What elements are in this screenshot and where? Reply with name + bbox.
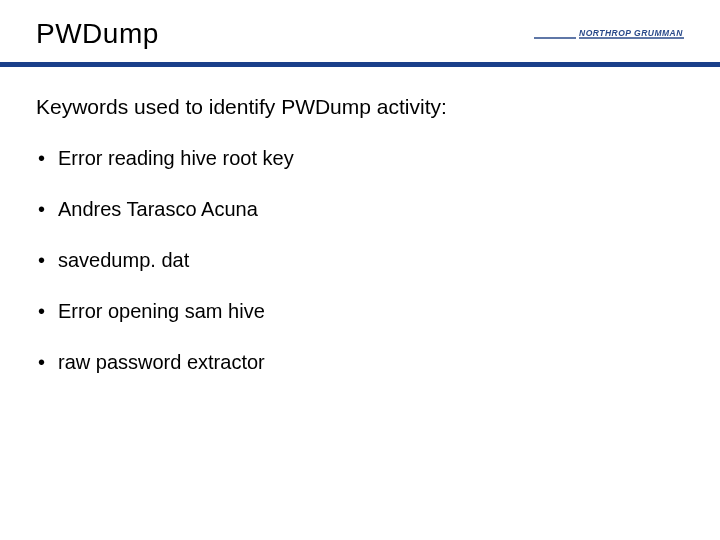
list-item: raw password extractor [36,351,684,374]
list-item: Andres Tarasco Acuna [36,198,684,221]
slide-content: Keywords used to identify PWDump activit… [0,67,720,374]
svg-text:NORTHROP GRUMMAN: NORTHROP GRUMMAN [579,28,683,38]
list-item: Error reading hive root key [36,147,684,170]
slide-header: PWDump NORTHROP GRUMMAN [0,0,720,62]
list-item: Error opening sam hive [36,300,684,323]
company-logo: NORTHROP GRUMMAN [534,24,684,52]
content-subtitle: Keywords used to identify PWDump activit… [36,95,684,119]
bullet-list: Error reading hive root key Andres Taras… [36,147,684,374]
slide-title: PWDump [36,18,159,50]
list-item: savedump. dat [36,249,684,272]
